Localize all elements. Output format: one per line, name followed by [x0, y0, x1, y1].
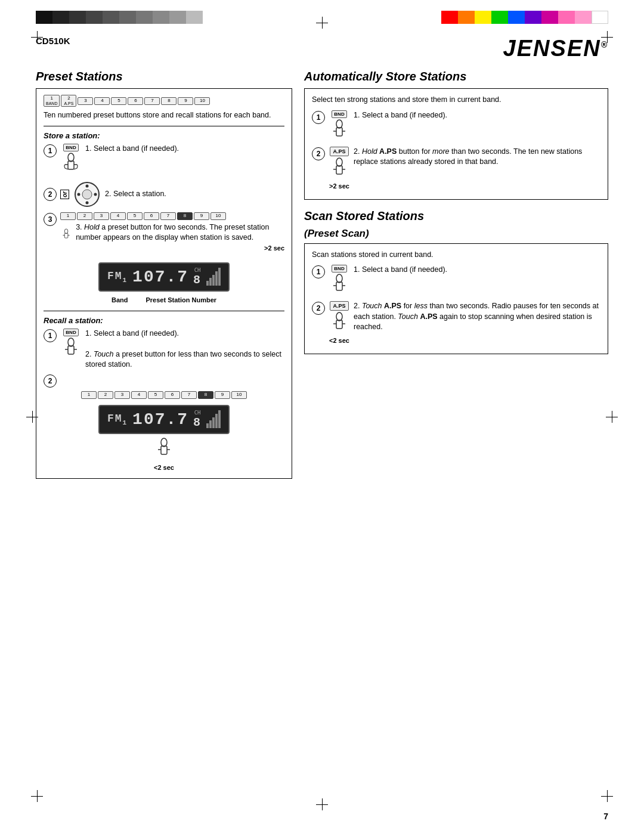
auto-time-label: >2 sec — [329, 182, 349, 190]
display-panel: FM1 107.7 CH 8 — [98, 262, 230, 292]
black-bar — [36, 11, 203, 24]
step-num-1: 1 — [44, 144, 57, 157]
svg-rect-11 — [64, 233, 68, 238]
preset-btn-6[interactable]: 6 — [128, 97, 143, 105]
preset-station-label: Preset Station Number — [145, 296, 216, 304]
display-band: FM1 — [107, 270, 128, 284]
preset-btn-7[interactable]: 7 — [144, 97, 160, 105]
svg-rect-27 — [336, 166, 342, 174]
recall-display-area: 1 2 3 4 5 6 7 8 9 10 FM1 107.7 — [44, 391, 284, 471]
preset-btn-9[interactable]: 9 — [178, 97, 193, 105]
hand-press-icon-2 — [60, 222, 72, 247]
recall-hand-area: <2 sec — [153, 438, 175, 471]
aps-btn-auto: A.PS — [330, 147, 348, 156]
scan-intro: Scan stations stored in current band. — [312, 250, 600, 261]
page-number: 7 — [603, 812, 608, 821]
recall-step-1-text: 1. Select a band (if needed). 2. Touch a… — [85, 329, 284, 370]
svg-rect-31 — [336, 282, 342, 290]
left-column: Preset Stations 1BAND 2A.PS 3 4 5 6 7 8 … — [36, 70, 292, 488]
dial-icon — [73, 180, 101, 209]
or-label: or — [60, 190, 69, 199]
svg-rect-15 — [68, 346, 74, 354]
store-step-3-text: 3. Hold a preset button for two seconds.… — [76, 222, 284, 243]
step-num-3: 3 — [44, 213, 57, 226]
preset-buttons-mid: 1 2 3 4 5 6 7 8 9 10 — [60, 212, 284, 220]
store-heading: Store a station: — [44, 131, 284, 140]
model-number: CD510K — [36, 36, 70, 46]
recall-ch-num: 8 — [193, 416, 202, 429]
store-step-3: 3 1 2 3 4 5 6 7 8 9 10 — [44, 212, 284, 254]
scan-step-2: 2 A.PS <2 sec — [312, 301, 600, 344]
recall-heading: Recall a station: — [44, 316, 284, 325]
crosshair-bottom-right — [601, 790, 613, 802]
preset-btn-2[interactable]: 2A.PS — [61, 95, 76, 107]
svg-point-0 — [68, 153, 74, 162]
svg-point-30 — [336, 274, 342, 283]
svg-point-18 — [161, 438, 167, 447]
display-ch-num: 8 — [193, 273, 202, 287]
step-num-2: 2 — [44, 188, 57, 201]
recall-step-2: 2 — [44, 374, 284, 388]
display-ch-label: CH — [194, 267, 201, 273]
scan-step-2-text: 2. Touch A.PS for less than two seconds.… — [354, 301, 600, 333]
svg-point-6 — [86, 184, 89, 187]
scan-step-1: 1 BND 1. Select a b — [312, 265, 600, 298]
aps-btn-scan: A.PS — [330, 301, 348, 311]
auto-store-intro: Select ten strong stations and store the… — [312, 95, 600, 106]
band-label-row: Band Preset Station Number — [112, 296, 216, 304]
svg-point-14 — [68, 338, 74, 346]
scan-step-1-text: 1. Select a band (if needed). — [354, 265, 600, 275]
hand-icon-auto-1 — [329, 118, 350, 143]
preset-btn-5[interactable]: 5 — [111, 97, 126, 105]
recall-step-1: 1 BND 1. Select a b — [44, 329, 284, 370]
preset-buttons-bottom: 1 2 3 4 5 6 7 8 9 10 — [81, 391, 247, 399]
recall-signal-bars — [206, 410, 221, 428]
color-bar — [441, 11, 608, 24]
recall-time-label: <2 sec — [154, 464, 174, 471]
preset-btn-1[interactable]: 1BAND — [44, 95, 60, 107]
recall-display-freq: 107.7 — [132, 410, 188, 429]
store-step-1: 1 BND — [44, 144, 284, 176]
hand-icon-auto-2 — [329, 156, 350, 181]
preset-intro-text: Ten numbered preset buttons store and re… — [44, 110, 284, 121]
scan-step-num-2: 2 — [312, 302, 325, 315]
auto-step-num-2: 2 — [312, 147, 325, 160]
recall-step-num-1: 1 — [44, 329, 57, 342]
preset-btn-10[interactable]: 10 — [194, 97, 210, 105]
store-step-2-text: 2. Select a station. — [105, 189, 284, 200]
svg-point-7 — [78, 193, 80, 196]
display-freq: 107.7 — [132, 268, 188, 286]
store-step-1-text: 1. Select a band (if needed). — [85, 144, 284, 154]
bnd-btn-scan-1: BND — [332, 265, 346, 272]
preset-btn-4[interactable]: 4 — [94, 97, 110, 105]
scan-title: Scan Stored Stations — [304, 209, 608, 223]
preset-btn-8[interactable]: 8 — [161, 97, 177, 105]
hand-icon-scan-1 — [329, 272, 350, 298]
bnd-btn-auto-1: BND — [332, 110, 346, 118]
signal-bars — [206, 268, 221, 286]
recall-step-num-2: 2 — [44, 374, 57, 388]
band-label: Band — [112, 296, 128, 304]
crosshair-bottom-center — [316, 798, 328, 810]
store-step-2: 2 or 2. Select a stat — [44, 180, 284, 209]
auto-store-title: Automatically Store Stations — [304, 70, 608, 83]
crosshair-top-center — [316, 17, 328, 29]
svg-rect-35 — [336, 320, 342, 329]
auto-store-box: Select ten strong stations and store the… — [304, 88, 608, 200]
hand-icon-scan-2 — [329, 311, 350, 336]
svg-point-10 — [64, 229, 68, 234]
scan-subtitle: (Preset Scan) — [304, 228, 608, 240]
svg-point-34 — [336, 312, 342, 321]
page-header: CD510K JENSEN® — [36, 36, 608, 64]
scan-step-num-1: 1 — [312, 265, 325, 278]
display-area: FM1 107.7 CH 8 — [44, 259, 284, 306]
store-time-gt2sec: >2 sec — [76, 244, 284, 252]
svg-point-26 — [336, 158, 342, 166]
step-number-inline: 1. — [85, 144, 94, 153]
svg-point-22 — [336, 120, 342, 128]
right-column: Automatically Store Stations Select ten … — [304, 70, 608, 488]
recall-ch-label: CH — [194, 410, 201, 416]
preset-btn-3[interactable]: 3 — [78, 97, 93, 105]
crosshair-bottom-left — [31, 790, 43, 802]
crosshair-left-center — [26, 411, 38, 423]
